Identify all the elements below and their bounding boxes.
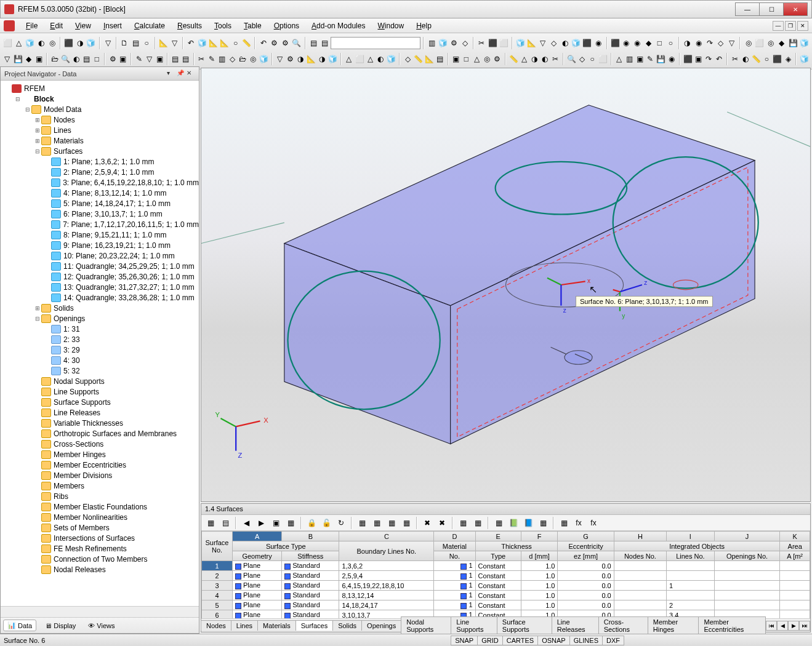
toolbar-button[interactable]: ○: [665, 36, 676, 50]
panel-pin-icon[interactable]: 📌: [177, 70, 185, 78]
toolbar-button[interactable]: ▤: [131, 36, 141, 50]
menu-table[interactable]: Table: [238, 20, 268, 31]
toolbar-button[interactable]: △: [366, 52, 376, 66]
tree-item[interactable]: 1: 31: [1, 324, 199, 334]
table-tab-surface-supports[interactable]: Surface Supports: [497, 616, 552, 634]
table-toolbar-button[interactable]: ▦: [471, 516, 484, 530]
toolbar-button[interactable]: ▤: [308, 36, 319, 50]
tree-item[interactable]: 5: Plane; 14,18,24,17; 1; 1.0 mm: [1, 198, 199, 209]
tree-item[interactable]: FE Mesh Refinements: [1, 543, 199, 554]
table-row[interactable]: 5PlaneStandard14,18,24,171Constant1.00.0…: [202, 600, 810, 610]
toolbar-button[interactable]: ⬛: [488, 36, 498, 50]
toolbar-button[interactable]: ◑: [296, 52, 306, 66]
toolbar-button[interactable]: □: [654, 36, 665, 50]
tree-item[interactable]: Member Divisions: [1, 470, 199, 481]
tree-item[interactable]: 13: Quadrangle; 31,27,32,27; 1; 1.0 mm: [1, 282, 199, 292]
toolbar-button[interactable]: 📐: [424, 52, 435, 66]
toolbar-button[interactable]: ⚙: [286, 52, 295, 66]
toolbar-button[interactable]: ⬜: [355, 52, 365, 66]
table-toolbar-button[interactable]: fx: [572, 516, 585, 530]
tree-item[interactable]: 6: Plane; 3,10,13,7; 1; 1.0 mm: [1, 209, 199, 219]
toolbar-button[interactable]: 📏: [509, 52, 519, 66]
table-tab-materials[interactable]: Materials: [257, 620, 296, 631]
toolbar-button[interactable]: 🧊: [86, 36, 96, 50]
table-toolbar-button[interactable]: ▣: [269, 516, 283, 530]
table-toolbar-button[interactable]: ◀: [239, 516, 253, 530]
tree-item[interactable]: Orthotropic Surfaces and Membranes: [1, 428, 199, 439]
table-tab-surfaces[interactable]: Surfaces: [295, 620, 333, 631]
toolbar-button[interactable]: ▥: [625, 52, 635, 66]
toolbar-button[interactable]: 📏: [751, 52, 762, 66]
toolbar-button[interactable]: ⬜: [598, 52, 608, 66]
table-tab-nodal-supports[interactable]: Nodal Supports: [401, 616, 451, 634]
toolbar-button[interactable]: ⬛: [63, 36, 74, 50]
toolbar-button[interactable]: 🧊: [799, 52, 810, 66]
table-toolbar-button[interactable]: 🔒: [305, 516, 318, 530]
toolbar-button[interactable]: 🧊: [799, 36, 810, 50]
toolbar-button[interactable]: ⚙: [492, 52, 502, 66]
table-row[interactable]: 1PlaneStandard1,3,6,21Constant1.00.0: [202, 561, 810, 571]
tree-item[interactable]: Line Supports: [1, 386, 199, 397]
tree-item[interactable]: Surface Supports: [1, 397, 199, 407]
toolbar-button[interactable]: 🗁: [50, 52, 60, 66]
minimize-button[interactable]: —: [735, 2, 760, 16]
toolbar-button[interactable]: ✎: [645, 52, 655, 66]
toolbar-button[interactable]: ▽: [275, 52, 285, 66]
toolbar-button[interactable]: ◇: [228, 52, 238, 66]
menu-options[interactable]: Options: [268, 20, 305, 31]
toolbar-button[interactable]: ◎: [482, 52, 492, 66]
toolbar-button[interactable]: ◐: [36, 36, 46, 50]
toolbar-button[interactable]: ◐: [376, 52, 386, 66]
toolbar-button[interactable]: 🔍: [291, 36, 302, 50]
toolbar-button[interactable]: ▤: [181, 52, 191, 66]
table-toolbar-button[interactable]: ▦: [370, 516, 384, 530]
toolbar-button[interactable]: ⚙: [108, 52, 118, 66]
toolbar-button[interactable]: ⬛: [772, 52, 782, 66]
toolbar-button[interactable]: ▥: [217, 52, 227, 66]
toolbar-button[interactable]: 🧊: [571, 36, 581, 50]
tree-item[interactable]: 10: Plane; 20,23,22,24; 1; 1.0 mm: [1, 250, 199, 261]
toolbar-button[interactable]: △: [14, 36, 24, 50]
toolbar-button[interactable]: ◈: [783, 52, 793, 66]
tree-item[interactable]: 1: Plane; 1,3,6,2; 1; 1.0 mm: [1, 156, 199, 167]
tree-item[interactable]: Member Nonlinearities: [1, 512, 199, 522]
toolbar-button[interactable]: ↶: [186, 36, 196, 50]
tree-item[interactable]: 7: Plane; 1,7,12,17,20,16,11,5; 1; 1.0 m…: [1, 219, 199, 229]
status-toggle-cartes[interactable]: CARTES: [502, 636, 538, 645]
toolbar-button[interactable]: 🧊: [328, 52, 338, 66]
table-toolbar-button[interactable]: ▦: [557, 516, 571, 530]
table-tab-member-eccentricities[interactable]: Member Eccentricities: [698, 616, 766, 634]
toolbar-button[interactable]: 📐: [219, 36, 230, 50]
toolbar-button[interactable]: 🗁: [238, 52, 248, 66]
table-row[interactable]: 3PlaneStandard6,4,15,19,22,18,8,101Const…: [202, 581, 810, 591]
toolbar-button[interactable]: 🔍: [60, 52, 71, 66]
table-tab-solids[interactable]: Solids: [332, 620, 362, 631]
toolbar-button[interactable]: ✎: [207, 52, 217, 66]
toolbar-button[interactable]: ◆: [776, 36, 787, 50]
app-menu-icon[interactable]: [4, 20, 15, 31]
toolbar-button[interactable]: ◉: [593, 36, 604, 50]
toolbar-button[interactable]: 🧊: [515, 36, 526, 50]
toolbar-button[interactable]: 📏: [413, 52, 424, 66]
navigator-hscroll[interactable]: [1, 606, 199, 617]
toolbar-button[interactable]: 🧊: [259, 52, 269, 66]
table-toolbar-button[interactable]: 🔓: [320, 516, 333, 530]
tree-item[interactable]: ⊞Solids: [1, 303, 199, 313]
tree-item[interactable]: ⊟Surfaces: [1, 146, 199, 156]
toolbar-button[interactable]: ○: [230, 36, 241, 50]
toolbar-button[interactable]: ◎: [765, 36, 776, 50]
toolbar-button[interactable]: ↶: [258, 36, 268, 50]
toolbar-button[interactable]: ◆: [643, 36, 654, 50]
toolbar-button[interactable]: ▣: [694, 52, 704, 66]
menu-tools[interactable]: Tools: [208, 20, 238, 31]
table-tab-cross-sections[interactable]: Cross-Sections: [598, 616, 648, 634]
tree-item[interactable]: 4: Plane; 8,13,12,14; 1; 1.0 mm: [1, 188, 199, 198]
toolbar-button[interactable]: ◑: [682, 36, 693, 50]
table-tab-scroll[interactable]: ▶: [788, 621, 799, 631]
table-toolbar-button[interactable]: ▤: [219, 516, 232, 530]
tree-item[interactable]: Sets of Members: [1, 522, 199, 533]
tree-item[interactable]: ⊞Nodes: [1, 114, 199, 125]
tree-item[interactable]: Nodal Releases: [1, 564, 199, 575]
toolbar-button[interactable]: ⬛: [610, 36, 621, 50]
toolbar-button[interactable]: 🗋: [119, 36, 130, 50]
